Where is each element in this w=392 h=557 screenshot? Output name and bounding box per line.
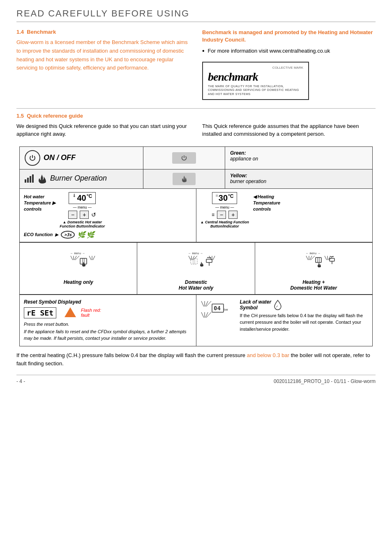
bar2: [27, 178, 29, 183]
svg-line-53: [276, 306, 278, 307]
mode3-label: Heating +Domestic Hot Water: [258, 279, 369, 291]
section-14: 1.4 Benchmark Glow-worm is a licensed me…: [16, 29, 376, 100]
burner-label: Burner Operation: [50, 174, 107, 183]
svg-text:— menu —: — menu —: [306, 252, 321, 255]
svg-line-49: [201, 312, 204, 318]
power-button-icon: [25, 150, 40, 166]
section-15: 1.5 Quick reference guide We designed th…: [16, 113, 376, 138]
warn-icon-shape: [65, 307, 76, 317]
footer-doc-ref: 0020112186_PROTO_10 - 01/11 - Glow-worm: [274, 378, 376, 384]
lack-icon-area: 04 bar: [201, 299, 233, 320]
burner-left: Burner Operation: [20, 169, 143, 188]
page-header: READ CAREFULLY BEFORE USING: [16, 8, 376, 22]
svg-line-51: [205, 312, 208, 318]
page-footer: - 4 - 0020112186_PROTO_10 - 01/11 - Glow…: [16, 375, 376, 384]
lack-title: Lack of waterSymbol: [240, 299, 369, 311]
hw-function-label: ▲ Domestic Hot water Function Button/Ind…: [60, 220, 105, 228]
mode-cell-dhw: — menu —: [137, 243, 255, 294]
lack-svg: 04 bar: [201, 299, 233, 320]
ht-btn-row: ≡ − +: [212, 211, 238, 219]
hw-temp-label2: Temperature ▶: [24, 200, 55, 206]
page-title: READ CAREFULLY BEFORE USING: [16, 8, 376, 19]
benchmark-logo: COLLECTIVE MARK benchmark THE MARK OF QU…: [202, 62, 309, 100]
mode-cell-heating-only: — menu — Heat: [20, 243, 137, 294]
ht-label2: Temperature: [253, 200, 280, 206]
ht-menu-label: — menu —: [215, 205, 234, 209]
svg-line-35: [325, 256, 327, 260]
warning-triangle-icon: [65, 307, 76, 318]
svg-line-28: [306, 256, 308, 260]
hw-temp-unit: °C: [87, 193, 92, 199]
svg-text:bar: bar: [224, 308, 228, 311]
hw-btn-row: − + ↺: [68, 211, 96, 219]
ht-minus-btn[interactable]: −: [217, 211, 226, 219]
bar4: [32, 174, 34, 183]
mode2-icon: — menu —: [141, 246, 251, 278]
power-indicator-icon: [180, 154, 188, 162]
reference-diagram: ON / OFF Green: appliance on: [19, 146, 373, 346]
burner-right-label: Yellow:: [230, 173, 247, 179]
reset-text1: Press the reset button.: [24, 322, 192, 327]
burner-right: Yellow: burner operation: [225, 169, 372, 188]
svg-line-6: [75, 256, 79, 260]
hw-temp-display: 🌡 40°C: [69, 192, 96, 204]
ht-controls-cell: ≡ 30°C — menu — ≡ − + ▲ Central Heating …: [196, 189, 373, 242]
reset-title: Reset Symbol Displayed: [24, 299, 192, 305]
hw-plus-btn[interactable]: +: [80, 211, 89, 219]
svg-text:— menu —: — menu —: [71, 252, 85, 255]
burner-indicator-svg: [181, 175, 187, 183]
mode1-label: Heating only: [23, 279, 134, 285]
hw-display-area: 🌡 40°C — menu — − + ↺ ▲ Domestic Hot wat…: [60, 192, 105, 228]
section-14-body: Glow-worm is a licensed member of the Be…: [16, 38, 190, 72]
svg-line-42: [201, 301, 204, 306]
ht-function-label: ▲ Central Heating Function Button/Indica…: [201, 220, 249, 228]
hw-temp-label3: controls: [24, 206, 55, 212]
mode1-svg: — menu —: [69, 250, 106, 273]
hw-temp-icon: 🌡: [72, 193, 76, 198]
ht-temp-icon: ≡: [216, 193, 218, 198]
onoff-right-sub: appliance on: [230, 156, 258, 162]
quick-ref-right: This Quick reference guide assumes that …: [202, 122, 376, 138]
mode3-svg: — menu —: [304, 250, 341, 273]
ht-controls-inner: ≡ 30°C — menu — ≡ − + ▲ Central Heating …: [201, 192, 369, 228]
ht-temp-val: 30: [219, 193, 228, 203]
svg-line-12: [93, 256, 95, 260]
svg-rect-32: [316, 258, 321, 262]
burner-right-sub: burner operation: [230, 179, 266, 184]
section-15-cols: We designed this Quick reference guide s…: [16, 122, 376, 138]
bar1: [25, 179, 26, 183]
svg-line-30: [310, 256, 312, 260]
section-14-right: Benchmark is managed and promoted by the…: [202, 29, 376, 100]
benchmark-heading: Benchmark is managed and promoted by the…: [202, 29, 376, 44]
hw-menu-label: — menu —: [73, 205, 92, 209]
hw-labels: Hot water Temperature ▶ controls: [24, 192, 55, 213]
hw-menu-row: — menu —: [73, 205, 92, 209]
diagram-row-onoff: ON / OFF Green: appliance on: [20, 147, 372, 169]
hw-temp-label: Hot water: [24, 194, 55, 200]
bottom-paragraph: If the central heating (C.H.) pressure f…: [16, 351, 376, 369]
diagram-row-controls: Hot water Temperature ▶ controls 🌡 40°C …: [20, 189, 372, 242]
mode-cell-combined: — menu —: [255, 243, 372, 294]
ht-plus-btn[interactable]: +: [228, 211, 238, 219]
lack-text-area: Lack of waterSymbol If the CH pressure f…: [240, 299, 369, 333]
lack-text: If the CH pressure falls below 0.4 bar t…: [240, 312, 369, 333]
mode2-label: DomesticHot Water only: [141, 279, 251, 291]
collective-mark: COLLECTIVE MARK: [208, 66, 303, 70]
diagram-row-burner: Burner Operation Yellow: burner operatio…: [20, 169, 372, 189]
diagram-modes-row: — menu — Heat: [20, 242, 372, 295]
section-14-number-title: 1.4 Benchmark: [16, 29, 190, 35]
lack-row: 04 bar Lack of waterSymbol: [201, 299, 369, 333]
svg-text:— menu —: — menu —: [189, 252, 203, 255]
onoff-right: Green: appliance on: [225, 147, 372, 169]
svg-line-44: [205, 301, 208, 306]
ht-label1: ◀ Heating: [253, 194, 280, 200]
quick-ref-left: We designed this Quick reference guide s…: [16, 122, 190, 138]
reset-display: rE SEt: [24, 307, 56, 318]
bottom-para-text1: If the central heating (C.H.) pressure f…: [16, 352, 247, 358]
ht-menu-row: — menu —: [215, 205, 234, 209]
flash-label: Flash red:fault: [81, 308, 101, 318]
fault-right-cell: 04 bar Lack of waterSymbol: [196, 295, 373, 346]
hw-minus-btn[interactable]: −: [68, 211, 77, 219]
onoff-right-label: Green:: [230, 150, 246, 156]
onoff-label: ON / OFF: [44, 153, 76, 162]
